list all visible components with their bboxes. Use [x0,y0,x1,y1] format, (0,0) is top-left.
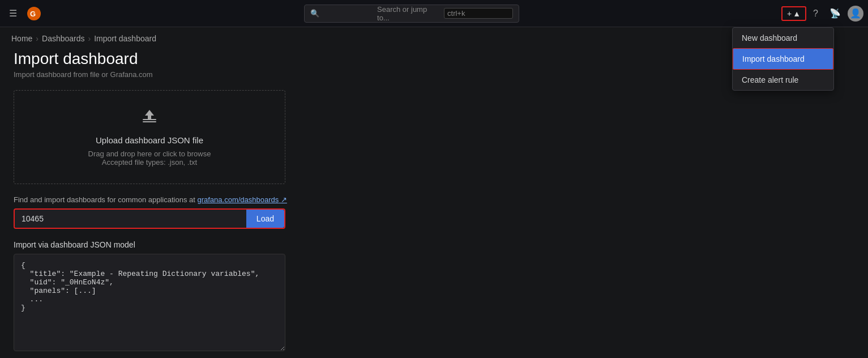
external-link-icon: ↗ [281,195,287,204]
breadcrumb-sep-1: › [36,34,39,43]
nav-right: + ▲ ? 📡 👤 [781,5,863,22]
breadcrumb-home[interactable]: Home [11,34,32,43]
new-dashboard-label: New dashboard [742,33,797,42]
json-textarea[interactable]: { "title": "Example - Repeating Dictiona… [14,254,285,351]
breadcrumb-sep-2: › [88,34,91,43]
svg-marker-4 [145,110,154,119]
load-inline-button[interactable]: Load [246,210,284,228]
news-button[interactable]: 📡 [825,5,845,22]
upload-icon [140,108,159,130]
chevron-up-icon: ▲ [793,9,801,18]
nav-left: ☰ G [5,5,42,22]
search-icon: 🔍 [310,9,373,18]
create-alert-rule-label: Create alert rule [742,75,798,84]
new-item-button[interactable]: + ▲ [781,6,806,21]
upload-title: Upload dashboard JSON file [96,135,203,145]
import-dashboard-label: Import dashboard [742,54,805,63]
main-content: Import dashboard Import dashboard from f… [0,50,868,358]
search-bar[interactable]: 🔍 Search or jump to... ctrl+k [304,5,519,23]
hamburger-button[interactable]: ☰ [5,5,22,22]
upload-area[interactable]: Upload dashboard JSON file Drag and drop… [14,90,285,184]
search-placeholder: Search or jump to... [377,5,439,22]
new-item-dropdown: New dashboard Import dashboard Create al… [732,27,834,91]
import-dashboard-item[interactable]: Import dashboard [733,48,833,70]
search-bar-container: 🔍 Search or jump to... ctrl+k [42,5,781,23]
upload-hint: Drag and drop here or click to browse Ac… [88,150,211,167]
json-section-label: Import via dashboard JSON model [14,240,854,249]
search-shortcut: ctrl+k [444,8,513,19]
new-dashboard-item[interactable]: New dashboard [733,28,833,48]
upload-hint-line1: Drag and drop here or click to browse [88,150,211,158]
grafana-url-link[interactable]: grafana.com/dashboards ↗ [197,195,287,204]
breadcrumb-current: Import dashboard [94,34,156,43]
svg-text:G: G [30,10,36,18]
avatar-icon: 👤 [850,8,861,19]
svg-rect-2 [143,119,156,120]
svg-rect-3 [143,121,156,122]
help-icon: ? [813,8,818,19]
create-alert-rule-item[interactable]: Create alert rule [733,70,833,90]
upload-hint-line2: Accepted file types: .json, .txt [88,158,211,167]
breadcrumb-dashboards[interactable]: Dashboards [42,34,85,43]
help-button[interactable]: ? [809,5,823,22]
dashboard-id-input[interactable] [15,210,246,228]
dashboard-id-row: Load [14,208,285,229]
top-navigation: ☰ G 🔍 Search or jump to... ctrl+k + ▲ ? … [0,0,868,27]
grafana-url-prefix: Find and import dashboards for common ap… [14,195,197,204]
page-title: Import dashboard [14,50,854,68]
plus-icon: + [787,9,792,18]
rss-icon: 📡 [829,8,841,19]
page-subtitle: Import dashboard from file or Grafana.co… [14,70,854,79]
hamburger-icon: ☰ [9,8,17,19]
user-avatar[interactable]: 👤 [848,6,863,22]
grafana-logo: G [26,6,42,22]
grafana-url-text: Find and import dashboards for common ap… [14,195,854,204]
